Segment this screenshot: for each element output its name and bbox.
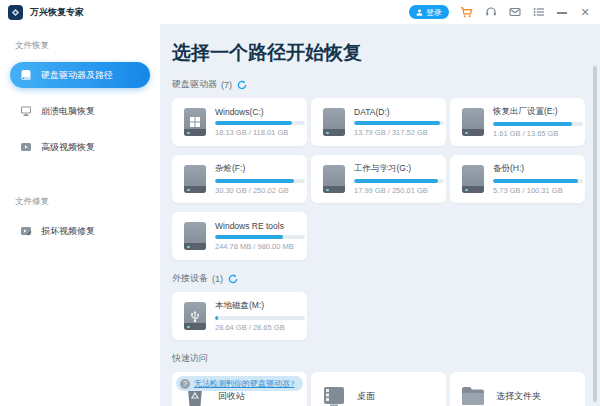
video-file-icon xyxy=(19,141,32,154)
quick-access-select-folder[interactable]: 选择文件夹 xyxy=(450,372,585,406)
drive-section-header: 硬盘驱动器 (7) xyxy=(172,78,600,91)
drive-card-re-tools[interactable]: Windows RE tools 244.78 MB / 980.00 MB xyxy=(172,212,307,260)
drive-card-g[interactable]: 工作与学习(G:) 17.99 GB / 250.01 GB xyxy=(311,155,446,203)
usage-bar xyxy=(354,179,444,183)
quick-access-label: 选择文件夹 xyxy=(496,390,541,403)
drive-card-h[interactable]: 备份(H:) 5.73 GB / 100.31 GB xyxy=(450,155,585,203)
app-title: 万兴恢复专家 xyxy=(30,6,84,19)
titlebar-actions: 登录 ✕ xyxy=(409,5,600,19)
sidebar-item-label: 损坏视频修复 xyxy=(41,225,95,238)
external-section-count: (1) xyxy=(212,274,223,284)
page-title: 选择一个路径开始恢复 xyxy=(172,40,600,66)
drive-card-c[interactable]: Windows(C:) 18.13 GB / 118.01 GB xyxy=(172,98,307,146)
quick-access-desktop[interactable]: 桌面 xyxy=(311,372,446,406)
external-section-header: 外接设备 (1) xyxy=(172,272,600,285)
app-logo-icon xyxy=(8,5,23,20)
drive-size: 17.99 GB / 250.01 GB xyxy=(354,186,444,195)
app-window: 万兴恢复专家 登录 ✕ 文件恢复 xyxy=(0,0,600,406)
drive-not-detected-tooltip: ? 无法检测到你的硬盘驱动器? xyxy=(176,376,303,391)
sidebar-item-label: 高级视频恢复 xyxy=(41,141,95,154)
drive-size: 1.61 GB / 13.65 GB xyxy=(493,129,583,138)
drive-card-f[interactable]: 杂烩(F:) 30.30 GB / 250.02 GB xyxy=(172,155,307,203)
hard-drive-icon xyxy=(19,69,32,82)
question-mark-icon: ? xyxy=(180,379,190,389)
drive-name: 本地磁盘(M:) xyxy=(215,300,305,312)
sidebar-item-label: 硬盘驱动器及路径 xyxy=(41,69,113,82)
drive-name: 工作与学习(G:) xyxy=(354,163,444,175)
user-icon xyxy=(416,9,423,16)
external-grid: 本地磁盘(M:) 28.64 GB / 28.65 GB xyxy=(172,292,587,340)
drive-size: 28.64 GB / 28.65 GB xyxy=(215,323,305,332)
quick-access-label: 桌面 xyxy=(357,390,375,403)
main-panel: 选择一个路径开始恢复 硬盘驱动器 (7) Windows(C:) xyxy=(160,24,600,406)
drive-size: 5.73 GB / 100.31 GB xyxy=(493,186,583,195)
drive-card-e[interactable]: 恢复出厂设置(E:) 1.61 GB / 13.65 GB xyxy=(450,98,585,146)
drive-not-detected-link[interactable]: 无法检测到你的硬盘驱动器? xyxy=(194,378,294,389)
mail-icon[interactable] xyxy=(508,6,521,19)
usage-bar xyxy=(215,316,305,320)
usage-bar xyxy=(493,179,583,183)
drive-card-m[interactable]: 本地磁盘(M:) 28.64 GB / 28.65 GB xyxy=(172,292,307,340)
drive-size: 13.79 GB / 317.52 GB xyxy=(354,128,444,137)
refresh-icon[interactable] xyxy=(227,273,238,284)
video-repair-icon xyxy=(19,225,32,238)
sidebar-item-corrupted-video-repair[interactable]: 损坏视频修复 xyxy=(10,218,150,244)
sidebar-section-file-recovery: 文件恢复 xyxy=(15,40,160,52)
sidebar-item-label: 崩溃电脑恢复 xyxy=(41,105,95,118)
sidebar-item-advanced-video[interactable]: 高级视频恢复 xyxy=(10,134,150,160)
usage-bar xyxy=(493,122,583,126)
drive-name: 杂烩(F:) xyxy=(215,163,305,175)
drive-section-count: (7) xyxy=(221,80,232,90)
drive-name: Windows RE tools xyxy=(215,221,305,231)
external-section-label: 外接设备 xyxy=(172,272,208,285)
sidebar-section-file-repair: 文件修复 xyxy=(15,196,160,208)
drive-name: 备份(H:) xyxy=(493,163,583,175)
desktop-icon xyxy=(321,384,347,406)
drive-grid: Windows(C:) 18.13 GB / 118.01 GB DATA(D:… xyxy=(172,98,587,260)
hard-drive-icon xyxy=(184,165,206,193)
sidebar: 文件恢复 硬盘驱动器及路径 崩溃电脑恢复 高级视频恢复 文件 xyxy=(0,24,160,406)
sidebar-item-drives-and-paths[interactable]: 硬盘驱动器及路径 xyxy=(10,62,150,88)
titlebar: 万兴恢复专家 登录 ✕ xyxy=(0,0,600,24)
hard-drive-icon xyxy=(323,108,345,136)
usb-drive-icon xyxy=(184,302,206,330)
drive-name: DATA(D:) xyxy=(354,107,444,117)
usage-bar xyxy=(354,121,444,125)
drive-section-label: 硬盘驱动器 xyxy=(172,78,217,91)
hard-drive-icon xyxy=(462,108,484,136)
hard-drive-icon xyxy=(184,222,206,250)
usage-bar xyxy=(215,121,305,125)
usage-bar xyxy=(215,179,305,183)
usage-bar xyxy=(215,235,305,239)
hard-drive-icon xyxy=(462,165,484,193)
windows-drive-icon xyxy=(184,108,206,136)
sidebar-item-crashed-computer[interactable]: 崩溃电脑恢复 xyxy=(10,98,150,124)
cart-icon[interactable] xyxy=(460,6,473,19)
quick-access-label: 快速访问 xyxy=(172,352,208,365)
login-button[interactable]: 登录 xyxy=(409,5,449,19)
computer-monitor-icon xyxy=(19,105,32,118)
drive-size: 18.13 GB / 118.01 GB xyxy=(215,128,305,137)
hard-drive-icon xyxy=(323,165,345,193)
drive-name: Windows(C:) xyxy=(215,107,305,117)
quick-access-label: 回收站 xyxy=(218,390,245,403)
login-label: 登录 xyxy=(426,7,442,18)
drive-size: 30.30 GB / 250.02 GB xyxy=(215,186,305,195)
close-button[interactable]: ✕ xyxy=(579,6,591,18)
quick-access-section-header: 快速访问 xyxy=(172,352,600,365)
support-headset-icon[interactable] xyxy=(484,6,497,19)
drive-size: 244.78 MB / 980.00 MB xyxy=(215,242,305,251)
drive-card-d[interactable]: DATA(D:) 13.79 GB / 317.52 GB xyxy=(311,98,446,146)
menu-list-icon[interactable] xyxy=(532,6,545,19)
folder-icon xyxy=(460,384,486,406)
refresh-icon[interactable] xyxy=(236,79,247,90)
drive-name: 恢复出厂设置(E:) xyxy=(493,106,583,118)
vertical-scrollbar[interactable] xyxy=(593,66,597,402)
minimize-button[interactable] xyxy=(556,6,568,18)
